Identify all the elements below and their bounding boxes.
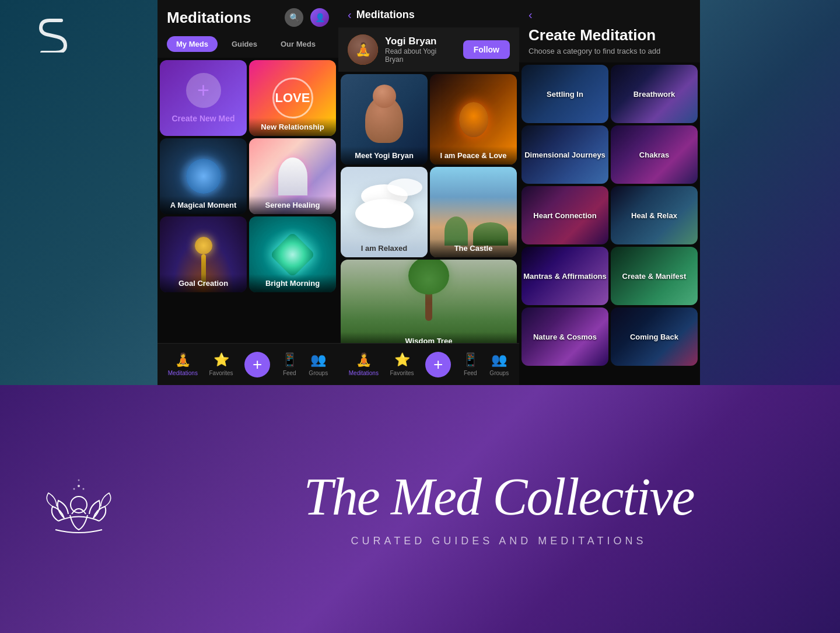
phones-container: Meditations 🔍 👤 My Meds Guides Our Meds … xyxy=(158,0,700,385)
phone1-icons: 🔍 👤 xyxy=(285,8,329,27)
category-settling-in[interactable]: Settling In xyxy=(522,65,608,123)
logo-letter xyxy=(35,12,70,59)
bright-morning-label: Bright Morning xyxy=(249,274,336,292)
chakras-label: Chakras xyxy=(639,151,669,159)
yogi-avatar: 🧘 xyxy=(348,34,378,65)
phone1-header: Meditations 🔍 👤 xyxy=(158,0,338,32)
bottom-section: The Med Collective CURATED GUIDES AND ME… xyxy=(158,385,840,633)
new-relationship-label: New Relationship xyxy=(249,118,336,136)
relaxed-label: I am Relaxed xyxy=(341,239,428,257)
search-icon[interactable]: 🔍 xyxy=(285,8,303,27)
relaxed-tile[interactable]: I am Relaxed xyxy=(341,167,428,257)
feed-nav-icon: 📱 xyxy=(282,352,298,368)
tab-our-meds[interactable]: Our Meds xyxy=(271,36,325,52)
category-mantras[interactable]: Mantras & Affirmations xyxy=(522,247,608,305)
nav-groups-1[interactable]: 👥 Groups xyxy=(309,352,328,376)
coming-back-label: Coming Back xyxy=(630,333,678,341)
lotus-icon xyxy=(32,463,125,556)
groups-nav-icon: 👥 xyxy=(310,352,326,368)
phone1-title: Meditations xyxy=(167,9,251,27)
phone2-header: ‹ Meditations xyxy=(338,0,519,27)
svg-point-3 xyxy=(83,488,85,489)
category-dimensional[interactable]: Dimensional Journeys xyxy=(522,125,608,184)
nav-plus-button-1[interactable]: + xyxy=(244,352,270,377)
phone3-title: Create Meditation xyxy=(528,26,691,44)
serene-healing-label: Serene Healing xyxy=(249,196,336,214)
nav-favorites-label-2: Favorites xyxy=(390,370,414,376)
groups-nav-icon-2: 👥 xyxy=(491,352,507,368)
breathwork-label: Breathwork xyxy=(634,90,676,99)
dimensional-label: Dimensional Journeys xyxy=(524,151,606,159)
nav-plus-button-2[interactable]: + xyxy=(425,352,451,377)
create-plus-icon: + xyxy=(186,73,221,108)
nature-cosmos-label: Nature & Cosmos xyxy=(533,333,597,341)
nav-favorites-1[interactable]: ⭐ Favorites xyxy=(209,352,233,376)
phone-yogi: ‹ Meditations 🧘 Yogi Bryan Read about Yo… xyxy=(338,0,519,385)
phone3-subtitle: Choose a category to find tracks to add xyxy=(519,47,700,62)
create-new-med-label: Create New Med xyxy=(172,114,235,123)
yogi-subtitle: Read about Yogi Bryan xyxy=(385,47,456,64)
heal-relax-label: Heal & Relax xyxy=(631,211,677,220)
meditations-nav-icon: 🧘 xyxy=(175,352,191,368)
logo-area xyxy=(35,12,70,59)
phone3-header: ‹ xyxy=(519,0,700,25)
mantras-label: Mantras & Affirmations xyxy=(523,272,607,281)
goal-creation-label: Goal Creation xyxy=(160,274,247,292)
yogi-info: Yogi Bryan Read about Yogi Bryan xyxy=(385,36,456,64)
nav-favorites-2[interactable]: ⭐ Favorites xyxy=(390,352,414,376)
meet-yogi-label: Meet Yogi Bryan xyxy=(341,146,428,165)
new-relationship-tile[interactable]: LOVE New Relationship xyxy=(249,60,336,136)
nav-meditations-1[interactable]: 🧘 Meditations xyxy=(168,352,198,376)
bottom-logo-area xyxy=(0,385,158,633)
svg-point-1 xyxy=(78,485,80,487)
nav-groups-label: Groups xyxy=(309,370,328,376)
category-coming-back[interactable]: Coming Back xyxy=(611,307,698,366)
love-icon: LOVE xyxy=(272,78,313,118)
category-chakras[interactable]: Chakras xyxy=(611,125,698,184)
peace-love-tile[interactable]: I am Peace & Love xyxy=(430,74,517,165)
categories-grid: Settling In Breathwork Dimensional Journ… xyxy=(519,62,700,368)
nav-meditations-2[interactable]: 🧘 Meditations xyxy=(349,352,379,376)
castle-label: The Castle xyxy=(430,239,517,257)
create-manifest-label: Create & Manifest xyxy=(622,272,687,281)
heart-connection-label: Heart Connection xyxy=(533,211,596,220)
category-heal-relax[interactable]: Heal & Relax xyxy=(611,186,698,244)
follow-button[interactable]: Follow xyxy=(463,40,510,59)
back-arrow-icon[interactable]: ‹ xyxy=(348,8,352,22)
nav-favorites-label: Favorites xyxy=(209,370,233,376)
yogi-name: Yogi Bryan xyxy=(385,36,456,47)
nav-meditations-label-2: Meditations xyxy=(349,370,379,376)
phone-create: ‹ Create Meditation Choose a category to… xyxy=(519,0,700,385)
magical-moment-label: A Magical Moment xyxy=(160,196,247,214)
goal-creation-tile[interactable]: Goal Creation xyxy=(160,216,247,292)
bright-morning-tile[interactable]: Bright Morning xyxy=(249,216,336,292)
phone2-title: Meditations xyxy=(356,9,415,21)
svg-point-2 xyxy=(74,488,75,489)
phone3-back-icon[interactable]: ‹ xyxy=(528,8,533,22)
wisdom-tree-tile[interactable]: Wisdom Tree xyxy=(341,260,517,350)
profile-avatar[interactable]: 👤 xyxy=(310,8,329,27)
feed-nav-icon-2: 📱 xyxy=(463,352,478,368)
nav-feed-label-2: Feed xyxy=(464,370,477,376)
category-breathwork[interactable]: Breathwork xyxy=(611,65,698,123)
peace-love-label: I am Peace & Love xyxy=(430,146,517,165)
tab-guides[interactable]: Guides xyxy=(222,36,267,52)
magical-moment-tile[interactable]: A Magical Moment xyxy=(160,138,247,214)
category-create-manifest[interactable]: Create & Manifest xyxy=(611,247,698,305)
category-nature-cosmos[interactable]: Nature & Cosmos xyxy=(522,307,608,366)
tab-my-meds[interactable]: My Meds xyxy=(167,36,218,52)
castle-tile[interactable]: The Castle xyxy=(430,167,517,257)
serene-healing-tile[interactable]: Serene Healing xyxy=(249,138,336,214)
create-new-med-tile[interactable]: + Create New Med xyxy=(160,60,247,136)
nav-groups-2[interactable]: 👥 Groups xyxy=(489,352,509,376)
brand-subtitle: CURATED GUIDES AND MEDITATIONS xyxy=(351,535,646,547)
phone1-tabs: My Meds Guides Our Meds xyxy=(158,32,338,58)
meditations-nav-icon-2: 🧘 xyxy=(356,352,372,368)
wisdom-tree-section: Wisdom Tree xyxy=(338,260,519,352)
nav-feed-label: Feed xyxy=(283,370,296,376)
nav-feed-2[interactable]: 📱 Feed xyxy=(463,352,478,376)
nav-feed-1[interactable]: 📱 Feed xyxy=(282,352,298,376)
meet-yogi-tile[interactable]: Meet Yogi Bryan xyxy=(341,74,428,165)
category-heart-connection[interactable]: Heart Connection xyxy=(522,186,608,244)
nav-groups-label-2: Groups xyxy=(489,370,509,376)
